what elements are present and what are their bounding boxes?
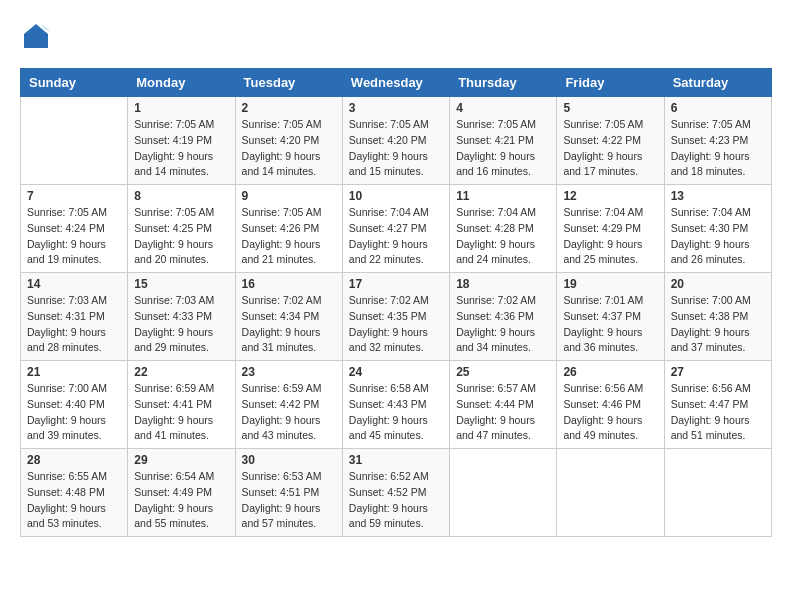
day-number: 7	[27, 189, 121, 203]
day-number: 25	[456, 365, 550, 379]
weekday-header-thursday: Thursday	[450, 69, 557, 97]
calendar-cell: 18Sunrise: 7:02 AMSunset: 4:36 PMDayligh…	[450, 273, 557, 361]
day-number: 8	[134, 189, 228, 203]
day-number: 13	[671, 189, 765, 203]
calendar-cell: 14Sunrise: 7:03 AMSunset: 4:31 PMDayligh…	[21, 273, 128, 361]
weekday-header-friday: Friday	[557, 69, 664, 97]
calendar-cell: 9Sunrise: 7:05 AMSunset: 4:26 PMDaylight…	[235, 185, 342, 273]
day-number: 11	[456, 189, 550, 203]
day-info: Sunrise: 7:05 AMSunset: 4:26 PMDaylight:…	[242, 205, 336, 268]
day-info: Sunrise: 7:05 AMSunset: 4:22 PMDaylight:…	[563, 117, 657, 180]
day-info: Sunrise: 7:02 AMSunset: 4:35 PMDaylight:…	[349, 293, 443, 356]
calendar-week-row: 1Sunrise: 7:05 AMSunset: 4:19 PMDaylight…	[21, 97, 772, 185]
day-number: 2	[242, 101, 336, 115]
day-info: Sunrise: 7:04 AMSunset: 4:27 PMDaylight:…	[349, 205, 443, 268]
day-info: Sunrise: 7:04 AMSunset: 4:28 PMDaylight:…	[456, 205, 550, 268]
day-info: Sunrise: 6:55 AMSunset: 4:48 PMDaylight:…	[27, 469, 121, 532]
weekday-header-tuesday: Tuesday	[235, 69, 342, 97]
day-info: Sunrise: 6:59 AMSunset: 4:41 PMDaylight:…	[134, 381, 228, 444]
calendar-cell: 2Sunrise: 7:05 AMSunset: 4:20 PMDaylight…	[235, 97, 342, 185]
day-info: Sunrise: 7:00 AMSunset: 4:40 PMDaylight:…	[27, 381, 121, 444]
calendar-cell: 25Sunrise: 6:57 AMSunset: 4:44 PMDayligh…	[450, 361, 557, 449]
day-number: 22	[134, 365, 228, 379]
day-number: 19	[563, 277, 657, 291]
day-number: 30	[242, 453, 336, 467]
calendar-cell: 16Sunrise: 7:02 AMSunset: 4:34 PMDayligh…	[235, 273, 342, 361]
weekday-header-sunday: Sunday	[21, 69, 128, 97]
day-info: Sunrise: 6:56 AMSunset: 4:47 PMDaylight:…	[671, 381, 765, 444]
day-info: Sunrise: 7:01 AMSunset: 4:37 PMDaylight:…	[563, 293, 657, 356]
day-number: 5	[563, 101, 657, 115]
day-info: Sunrise: 6:59 AMSunset: 4:42 PMDaylight:…	[242, 381, 336, 444]
day-number: 26	[563, 365, 657, 379]
day-info: Sunrise: 7:03 AMSunset: 4:31 PMDaylight:…	[27, 293, 121, 356]
day-number: 6	[671, 101, 765, 115]
page-header	[20, 20, 772, 52]
day-info: Sunrise: 7:05 AMSunset: 4:21 PMDaylight:…	[456, 117, 550, 180]
calendar-cell: 27Sunrise: 6:56 AMSunset: 4:47 PMDayligh…	[664, 361, 771, 449]
calendar-week-row: 14Sunrise: 7:03 AMSunset: 4:31 PMDayligh…	[21, 273, 772, 361]
calendar-cell	[21, 97, 128, 185]
calendar-cell: 12Sunrise: 7:04 AMSunset: 4:29 PMDayligh…	[557, 185, 664, 273]
calendar-cell	[450, 449, 557, 537]
day-number: 17	[349, 277, 443, 291]
calendar-cell: 5Sunrise: 7:05 AMSunset: 4:22 PMDaylight…	[557, 97, 664, 185]
day-info: Sunrise: 7:02 AMSunset: 4:34 PMDaylight:…	[242, 293, 336, 356]
calendar-week-row: 28Sunrise: 6:55 AMSunset: 4:48 PMDayligh…	[21, 449, 772, 537]
calendar-cell: 30Sunrise: 6:53 AMSunset: 4:51 PMDayligh…	[235, 449, 342, 537]
day-number: 10	[349, 189, 443, 203]
calendar-cell: 22Sunrise: 6:59 AMSunset: 4:41 PMDayligh…	[128, 361, 235, 449]
calendar-cell: 28Sunrise: 6:55 AMSunset: 4:48 PMDayligh…	[21, 449, 128, 537]
day-info: Sunrise: 7:05 AMSunset: 4:23 PMDaylight:…	[671, 117, 765, 180]
weekday-header-wednesday: Wednesday	[342, 69, 449, 97]
day-number: 4	[456, 101, 550, 115]
day-number: 9	[242, 189, 336, 203]
calendar-cell: 23Sunrise: 6:59 AMSunset: 4:42 PMDayligh…	[235, 361, 342, 449]
day-info: Sunrise: 7:04 AMSunset: 4:30 PMDaylight:…	[671, 205, 765, 268]
calendar-cell: 26Sunrise: 6:56 AMSunset: 4:46 PMDayligh…	[557, 361, 664, 449]
day-info: Sunrise: 7:04 AMSunset: 4:29 PMDaylight:…	[563, 205, 657, 268]
calendar-cell	[664, 449, 771, 537]
day-number: 23	[242, 365, 336, 379]
logo	[20, 20, 56, 52]
calendar-cell: 31Sunrise: 6:52 AMSunset: 4:52 PMDayligh…	[342, 449, 449, 537]
weekday-header-saturday: Saturday	[664, 69, 771, 97]
day-number: 31	[349, 453, 443, 467]
calendar-cell: 8Sunrise: 7:05 AMSunset: 4:25 PMDaylight…	[128, 185, 235, 273]
day-info: Sunrise: 6:54 AMSunset: 4:49 PMDaylight:…	[134, 469, 228, 532]
day-info: Sunrise: 7:05 AMSunset: 4:25 PMDaylight:…	[134, 205, 228, 268]
day-number: 28	[27, 453, 121, 467]
calendar-cell: 29Sunrise: 6:54 AMSunset: 4:49 PMDayligh…	[128, 449, 235, 537]
day-info: Sunrise: 7:00 AMSunset: 4:38 PMDaylight:…	[671, 293, 765, 356]
calendar-cell: 4Sunrise: 7:05 AMSunset: 4:21 PMDaylight…	[450, 97, 557, 185]
day-info: Sunrise: 7:02 AMSunset: 4:36 PMDaylight:…	[456, 293, 550, 356]
calendar-cell: 6Sunrise: 7:05 AMSunset: 4:23 PMDaylight…	[664, 97, 771, 185]
calendar-cell: 3Sunrise: 7:05 AMSunset: 4:20 PMDaylight…	[342, 97, 449, 185]
calendar-week-row: 7Sunrise: 7:05 AMSunset: 4:24 PMDaylight…	[21, 185, 772, 273]
day-number: 24	[349, 365, 443, 379]
day-number: 14	[27, 277, 121, 291]
calendar-cell: 17Sunrise: 7:02 AMSunset: 4:35 PMDayligh…	[342, 273, 449, 361]
calendar-cell: 15Sunrise: 7:03 AMSunset: 4:33 PMDayligh…	[128, 273, 235, 361]
day-info: Sunrise: 6:52 AMSunset: 4:52 PMDaylight:…	[349, 469, 443, 532]
day-info: Sunrise: 7:05 AMSunset: 4:19 PMDaylight:…	[134, 117, 228, 180]
day-number: 12	[563, 189, 657, 203]
day-info: Sunrise: 6:56 AMSunset: 4:46 PMDaylight:…	[563, 381, 657, 444]
svg-marker-0	[24, 24, 48, 48]
day-number: 20	[671, 277, 765, 291]
calendar-cell: 11Sunrise: 7:04 AMSunset: 4:28 PMDayligh…	[450, 185, 557, 273]
weekday-header-row: SundayMondayTuesdayWednesdayThursdayFrid…	[21, 69, 772, 97]
day-number: 15	[134, 277, 228, 291]
day-number: 1	[134, 101, 228, 115]
calendar-week-row: 21Sunrise: 7:00 AMSunset: 4:40 PMDayligh…	[21, 361, 772, 449]
logo-icon	[20, 20, 52, 52]
day-info: Sunrise: 7:05 AMSunset: 4:20 PMDaylight:…	[349, 117, 443, 180]
day-info: Sunrise: 6:58 AMSunset: 4:43 PMDaylight:…	[349, 381, 443, 444]
calendar-cell: 19Sunrise: 7:01 AMSunset: 4:37 PMDayligh…	[557, 273, 664, 361]
day-number: 18	[456, 277, 550, 291]
calendar-cell: 10Sunrise: 7:04 AMSunset: 4:27 PMDayligh…	[342, 185, 449, 273]
day-number: 21	[27, 365, 121, 379]
day-info: Sunrise: 7:03 AMSunset: 4:33 PMDaylight:…	[134, 293, 228, 356]
day-info: Sunrise: 7:05 AMSunset: 4:20 PMDaylight:…	[242, 117, 336, 180]
calendar-cell	[557, 449, 664, 537]
